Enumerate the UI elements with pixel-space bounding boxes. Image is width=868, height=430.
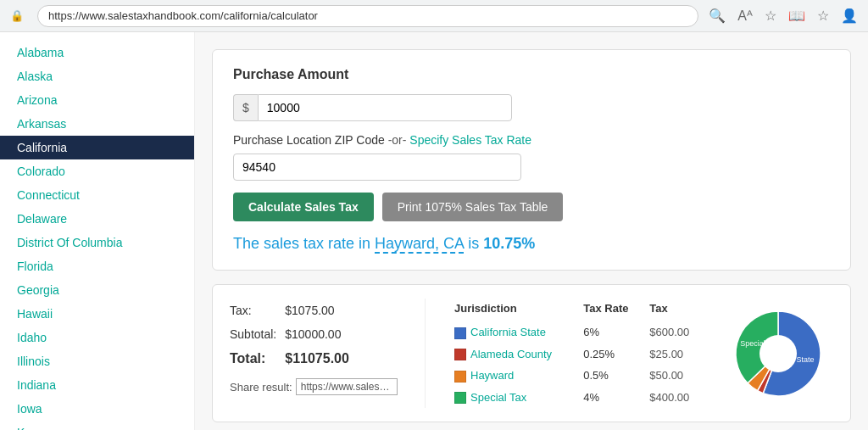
result-prefix: The sales tax rate in xyxy=(233,235,375,252)
share-url-box[interactable]: https://www.salestax xyxy=(296,378,398,395)
jurisdiction-name-link[interactable]: Alameda County xyxy=(470,348,552,360)
tax-summary-row: Tax:$1075.00 xyxy=(230,299,358,322)
sidebar-item-illinois[interactable]: Illinois xyxy=(0,349,194,373)
sidebar-item-kansas[interactable]: Kansas xyxy=(0,421,194,430)
result-location: Hayward, CA xyxy=(375,235,464,254)
jurisdiction-name-link[interactable]: California State xyxy=(470,326,546,338)
results-card: Tax:$1075.00Subtotal:$10000.00Total:$110… xyxy=(212,284,851,422)
sidebar-item-arizona[interactable]: Arizona xyxy=(0,88,194,112)
pie-chart: StateSpecial xyxy=(727,303,829,405)
bookmark-icon[interactable]: ☆ xyxy=(765,8,776,24)
sidebar-item-hawaii[interactable]: Hawaii xyxy=(0,302,194,326)
url-bar[interactable]: https://www.salestaxhandbook.com/califor… xyxy=(37,5,698,27)
sidebar-item-district-of-columbia[interactable]: District Of Columbia xyxy=(0,231,194,254)
tax-summary-table: Tax:$1075.00Subtotal:$10000.00Total:$110… xyxy=(230,299,358,371)
sidebar-item-california[interactable]: California xyxy=(0,136,194,159)
share-row: Share result: https://www.salestax xyxy=(230,378,399,395)
tax-summary-row: Total:$11075.00 xyxy=(230,346,358,371)
pie-chart-container: StateSpecial xyxy=(723,299,833,408)
jurisdiction-name-link[interactable]: Special Tax xyxy=(470,391,526,404)
print-button[interactable]: Print 1075% Sales Tax Table xyxy=(382,193,564,221)
pie-label: Special xyxy=(740,339,765,348)
search-icon[interactable]: 🔍 xyxy=(709,8,726,24)
main-content: Purchase Amount $ Purchase Location ZIP … xyxy=(195,32,868,430)
sidebar-item-delaware[interactable]: Delaware xyxy=(0,207,194,231)
url-text: https://www.salestaxhandbook.com/califor… xyxy=(48,9,318,22)
specify-rate-link[interactable]: Specify Sales Tax Rate xyxy=(409,133,531,147)
card-title: Purchase Amount xyxy=(233,67,830,82)
sidebar-item-arkansas[interactable]: Arkansas xyxy=(0,112,194,136)
jurisdiction-row: Special Tax4%$400.00 xyxy=(451,387,706,409)
result-middle: is xyxy=(468,235,479,252)
jurisdiction-row: Alameda County0.25%$25.00 xyxy=(451,343,706,366)
font-icon[interactable]: Aᴬ xyxy=(737,8,753,24)
jurisdiction-data-table: JurisdictionTax RateTaxCalifornia State6… xyxy=(451,299,706,408)
extensions-icon[interactable]: ☆ xyxy=(817,8,829,24)
tax-summary-row: Subtotal:$10000.00 xyxy=(230,322,358,346)
sidebar: AlabamaAlaskaArizonaArkansasCaliforniaCo… xyxy=(0,32,195,430)
sidebar-item-georgia[interactable]: Georgia xyxy=(0,278,194,302)
lock-icon: 🔒 xyxy=(10,9,24,22)
sidebar-item-alabama[interactable]: Alabama xyxy=(0,41,194,64)
result-text: The sales tax rate in Hayward, CA is 10.… xyxy=(233,235,830,253)
sidebar-item-iowa[interactable]: Iowa xyxy=(0,397,194,421)
profile-icon[interactable]: 👤 xyxy=(841,8,858,24)
zip-input[interactable] xyxy=(233,154,521,181)
sidebar-item-connecticut[interactable]: Connecticut xyxy=(0,183,194,207)
sidebar-item-indiana[interactable]: Indiana xyxy=(0,373,194,397)
dollar-sign: $ xyxy=(233,94,258,121)
zip-label: Purchase Location ZIP Code -or- Specify … xyxy=(233,133,830,147)
button-row: Calculate Sales Tax Print 1075% Sales Ta… xyxy=(233,193,830,221)
calculator-card: Purchase Amount $ Purchase Location ZIP … xyxy=(212,49,851,271)
browser-bar: 🔒 https://www.salestaxhandbook.com/calif… xyxy=(0,0,868,32)
jurisdiction-color-box xyxy=(454,327,466,339)
vertical-divider xyxy=(425,299,426,408)
jurisdiction-table: JurisdictionTax RateTaxCalifornia State6… xyxy=(451,299,706,408)
bottom-note: California has a 6% statewide sales tax … xyxy=(212,422,851,430)
jurisdiction-color-box xyxy=(454,349,466,360)
zip-label-text: Purchase Location ZIP Code xyxy=(233,133,385,147)
jurisdiction-row: Hayward0.5%$50.00 xyxy=(451,365,706,387)
pie-label: State xyxy=(796,355,814,364)
jurisdiction-row: California State6%$600.00 xyxy=(451,321,706,343)
jurisdiction-color-box xyxy=(454,392,466,404)
browser-icons: 🔍 Aᴬ ☆ 📖 ☆ 👤 xyxy=(709,8,858,24)
reader-icon[interactable]: 📖 xyxy=(788,8,805,24)
sidebar-item-florida[interactable]: Florida xyxy=(0,254,194,278)
jurisdiction-name-link[interactable]: Hayward xyxy=(470,369,514,382)
page-layout: AlabamaAlaskaArizonaArkansasCaliforniaCo… xyxy=(0,32,868,430)
jurisdiction-color-box xyxy=(454,371,466,383)
calculate-button[interactable]: Calculate Sales Tax xyxy=(233,193,374,221)
amount-input[interactable] xyxy=(258,94,512,121)
result-rate: 10.75% xyxy=(483,235,535,252)
tax-summary: Tax:$1075.00Subtotal:$10000.00Total:$110… xyxy=(230,299,399,408)
amount-input-row: $ xyxy=(233,94,830,121)
sidebar-item-idaho[interactable]: Idaho xyxy=(0,326,194,349)
share-label: Share result: xyxy=(230,381,292,394)
or-text: -or- xyxy=(388,133,410,147)
sidebar-item-alaska[interactable]: Alaska xyxy=(0,64,194,88)
sidebar-item-colorado[interactable]: Colorado xyxy=(0,159,194,183)
